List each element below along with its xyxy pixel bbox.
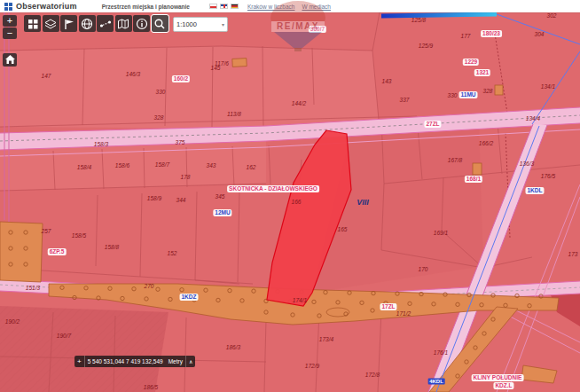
grid-icon (27, 18, 39, 30)
flag-uk-icon[interactable] (220, 4, 228, 9)
flag-de-icon[interactable] (231, 4, 239, 9)
zoom-out-button[interactable]: − (3, 27, 17, 39)
top-header: Obserwatorium Przestrzeń miejska i plano… (0, 0, 580, 12)
measure-icon (99, 18, 112, 30)
apps-button[interactable] (24, 15, 41, 32)
globe-icon (81, 18, 93, 30)
measure-button[interactable] (97, 15, 114, 32)
layers-button[interactable] (43, 15, 59, 32)
flag-pl-icon[interactable] (209, 4, 217, 9)
home-button[interactable] (3, 53, 17, 67)
scale-selector[interactable]: 1:1000 ▾ (173, 17, 228, 32)
map-graphics (0, 12, 580, 392)
map-canvas[interactable] (0, 12, 580, 392)
app-logo-icon (4, 3, 12, 11)
coordinates-units: Metry (166, 356, 185, 367)
chevron-down-icon: ▾ (222, 21, 224, 27)
draw-button[interactable] (60, 15, 77, 32)
app-window: 147146/3145144/2143330328117/6113/8125/8… (0, 0, 580, 392)
coordinate-bar: + 5 540 531,044 7 419 132,549 Metry ∧ (74, 356, 195, 367)
collapse-chevron-icon[interactable]: ∧ (185, 356, 195, 367)
scale-value: 1:1000 (176, 20, 197, 28)
zoom-control: + − (3, 15, 17, 39)
info-button[interactable] (133, 15, 150, 32)
info-icon (136, 18, 148, 30)
map-icon (117, 18, 129, 30)
coordinates-value: 5 540 531,044 7 419 132,549 (84, 356, 166, 367)
crosshair-icon[interactable]: + (74, 356, 84, 367)
language-switcher (209, 4, 239, 9)
search-icon (153, 18, 166, 30)
zoom-in-button[interactable]: + (3, 15, 17, 27)
map-toolbar (24, 15, 169, 32)
link-krakow-w-liczbach[interactable]: Kraków w liczbach (247, 4, 294, 10)
link-w-mediach[interactable]: W mediach (302, 4, 331, 10)
layers-icon (44, 18, 57, 30)
search-button[interactable] (152, 15, 169, 32)
home-icon (4, 54, 16, 65)
app-title: Obserwatorium (16, 2, 77, 11)
map-themes-button[interactable] (115, 15, 132, 32)
flag-icon (63, 18, 75, 30)
header-subtitle: Przestrzeń miejska i planowanie (102, 4, 190, 10)
basemap-globe-button[interactable] (79, 15, 96, 32)
